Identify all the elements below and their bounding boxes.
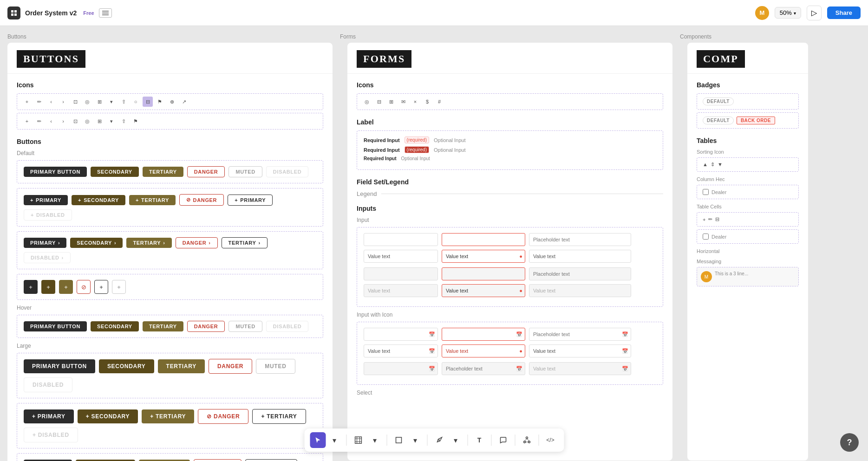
toolbar-rect-button[interactable] xyxy=(391,432,406,448)
toolbar-cursor-dropdown[interactable]: ▾ xyxy=(326,432,342,448)
icon-upload-2[interactable]: ⇧ xyxy=(118,116,129,126)
icon-dropdown[interactable]: ▾ xyxy=(106,97,117,107)
icon-right-2[interactable]: › xyxy=(58,116,68,126)
primary-button[interactable]: PRIMARY BUTTON xyxy=(24,167,87,177)
form-icon-hash[interactable]: # xyxy=(434,97,444,107)
icon-cursor[interactable]: ↗ xyxy=(179,97,189,107)
hover-muted-button[interactable]: MUTED xyxy=(228,321,262,332)
form-icon-copy[interactable]: ⊟ xyxy=(374,97,384,107)
icon-sq-outline2-button[interactable]: + xyxy=(112,280,126,294)
form-icon-grid[interactable]: ⊞ xyxy=(386,97,396,107)
danger-button[interactable]: DANGER xyxy=(187,166,225,177)
icon-input-field-3[interactable] xyxy=(529,328,631,341)
secondary-arrow-button[interactable]: SECONDARY › xyxy=(70,238,123,248)
large-tertiary-outline[interactable]: + TERTIARY xyxy=(252,409,306,424)
icon-trash[interactable]: ⊞ xyxy=(94,97,104,107)
primary-icon-button[interactable]: + PRIMARY xyxy=(24,195,68,205)
share-button[interactable]: Share xyxy=(827,6,861,19)
large-danger-icon-button[interactable]: ⊘ DANGER xyxy=(198,409,248,424)
tertiary-outline-button[interactable]: + PRIMARY xyxy=(228,195,273,206)
app-logo[interactable] xyxy=(7,6,20,19)
icon-plus-2[interactable]: + xyxy=(22,116,32,126)
large-tertiary-arrow-outline[interactable]: TERTIARY › xyxy=(245,459,297,461)
form-icon-dollar[interactable]: $ xyxy=(422,97,432,107)
icon-plus[interactable]: + xyxy=(22,97,32,107)
icon-circle[interactable]: ○ xyxy=(131,97,141,107)
large-secondary-button[interactable]: SECONDARY xyxy=(99,359,154,373)
toolbar-shape-dropdown[interactable]: ▾ xyxy=(407,432,423,448)
large-secondary-icon-button[interactable]: + SECONDARY xyxy=(78,409,138,423)
input-placeholder-1[interactable] xyxy=(529,233,631,246)
input-empty-1[interactable] xyxy=(364,233,438,246)
expand-button[interactable] xyxy=(99,8,112,18)
input-value-2[interactable] xyxy=(529,250,631,263)
toolbar-frame-button[interactable] xyxy=(350,432,366,448)
icon-input-field-2[interactable] xyxy=(442,328,525,341)
sort-both-icon[interactable]: ⇕ xyxy=(711,162,715,168)
icon-eye-2[interactable]: ◎ xyxy=(82,116,92,126)
form-icon-mail[interactable]: ✉ xyxy=(398,97,408,107)
play-button[interactable]: ▷ xyxy=(807,6,822,20)
icon-sq-outline-button[interactable]: + xyxy=(94,280,108,294)
icon-lock-2[interactable]: ⊡ xyxy=(70,116,80,126)
icon-upload[interactable]: ⇧ xyxy=(118,97,129,107)
toolbar-comment-button[interactable] xyxy=(495,432,511,448)
large-primary-button[interactable]: PRIMARY BUTTON xyxy=(24,359,95,373)
user-avatar[interactable]: M xyxy=(755,6,769,20)
icon-sq-tertiary-button[interactable]: + xyxy=(59,280,73,294)
icon-sq-primary-button[interactable]: + xyxy=(24,280,38,294)
large-tertiary-button[interactable]: TERTIARY xyxy=(158,359,205,373)
cell-edit-icon[interactable]: ✏ xyxy=(708,216,712,222)
tertiary-arrow-button[interactable]: TERTIARY › xyxy=(126,238,171,248)
icon-right[interactable]: › xyxy=(58,97,68,107)
toolbar-components-button[interactable] xyxy=(519,432,535,448)
input-error-1[interactable] xyxy=(442,233,525,246)
danger-arrow-button[interactable]: DANGER › xyxy=(176,237,218,248)
secondary-icon-button[interactable]: + SECONDARY xyxy=(72,195,125,205)
sort-up-icon[interactable]: ▲ xyxy=(703,162,708,168)
column-checkbox[interactable] xyxy=(703,189,709,195)
form-icon-x[interactable]: × xyxy=(410,97,420,107)
icon-left-2[interactable]: ‹ xyxy=(46,116,56,126)
muted-button[interactable]: MUTED xyxy=(228,166,262,177)
cell-plus-icon[interactable]: + xyxy=(703,217,705,222)
icon-input-field-4[interactable] xyxy=(364,344,438,357)
hover-secondary-button[interactable]: SECONDARY xyxy=(91,321,139,331)
large-danger-arrow[interactable]: DANGER › xyxy=(194,459,241,461)
primary-arrow-button[interactable]: PRIMARY › xyxy=(24,238,66,248)
icon-input-field-1[interactable] xyxy=(364,328,438,341)
toolbar-pen-button[interactable] xyxy=(431,432,447,448)
toolbar-frame-dropdown[interactable]: ▾ xyxy=(367,432,383,448)
hover-tertiary-button[interactable]: TERTIARY xyxy=(143,321,183,331)
form-icon-eye[interactable]: ◎ xyxy=(362,97,372,107)
icon-grid[interactable]: ⊟ xyxy=(143,97,153,107)
icon-input-field-6[interactable] xyxy=(529,344,631,357)
toolbar-pen-dropdown[interactable]: ▾ xyxy=(448,432,463,448)
icon-trash-2[interactable]: ⊞ xyxy=(94,116,104,126)
icon-lock[interactable]: ⊡ xyxy=(70,97,80,107)
large-danger-button[interactable]: DANGER xyxy=(209,359,252,374)
icon-input-field-5[interactable] xyxy=(442,344,525,357)
zoom-control[interactable]: 50% xyxy=(775,7,801,19)
icon-dropdown-2[interactable]: ▾ xyxy=(106,116,117,126)
danger-icon-button[interactable]: ⊘ DANGER xyxy=(179,194,224,206)
toolbar-code-button[interactable]: </> xyxy=(542,432,558,448)
input-error-2[interactable] xyxy=(442,250,525,263)
cell-copy-icon[interactable]: ⊟ xyxy=(715,216,719,222)
large-primary-icon-button[interactable]: + PRIMARY xyxy=(24,409,74,423)
cell-checkbox[interactable] xyxy=(703,234,709,240)
toolbar-cursor-button[interactable] xyxy=(310,432,326,448)
tertiary-arrow-outline[interactable]: TERTIARY › xyxy=(222,237,268,248)
icon-pencil[interactable]: ✏ xyxy=(34,97,44,107)
secondary-button[interactable]: SECONDARY xyxy=(91,167,139,177)
icon-left[interactable]: ‹ xyxy=(46,97,56,107)
tertiary-button[interactable]: TERTIARY xyxy=(143,167,183,177)
input-value-1[interactable] xyxy=(364,250,438,263)
help-button[interactable]: ? xyxy=(840,433,859,452)
tertiary-icon-button[interactable]: + TERTIARY xyxy=(129,195,176,205)
large-tertiary-icon-button[interactable]: + TERTIARY xyxy=(142,409,194,423)
icon-sq-secondary-button[interactable]: + xyxy=(41,280,55,294)
hover-danger-button[interactable]: DANGER xyxy=(187,321,225,332)
icon-pencil-2[interactable]: ✏ xyxy=(34,116,44,126)
toolbar-text-button[interactable]: T xyxy=(471,432,487,448)
